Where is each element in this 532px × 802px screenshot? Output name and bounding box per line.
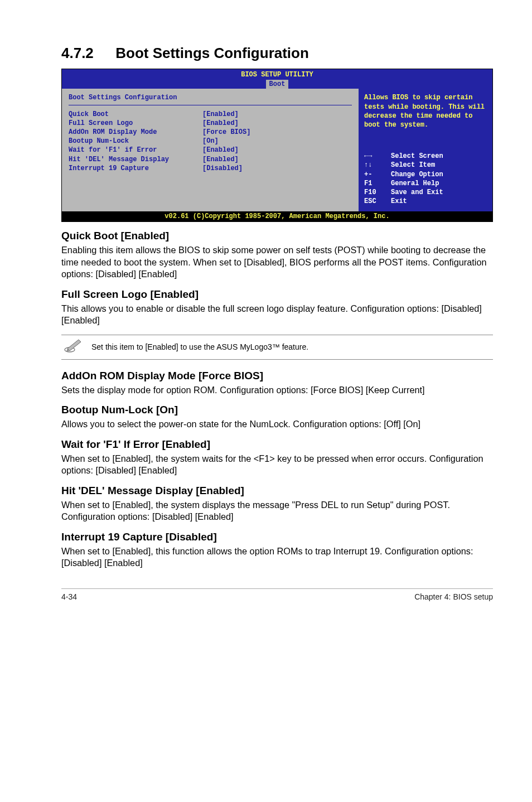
bios-help-text: Allows BIOS to skip certain tests while … <box>364 93 487 129</box>
page-footer: 4-34 Chapter 4: BIOS setup <box>61 588 493 601</box>
bios-key-row: ←→Select Screen <box>364 152 487 161</box>
bios-key: ↑↓ <box>364 161 391 170</box>
bios-right-panel: Allows BIOS to skip certain tests while … <box>359 89 492 211</box>
bios-setting-key: AddOn ROM Display Mode <box>69 128 202 137</box>
bios-key: F1 <box>364 179 391 188</box>
bios-setting-row: Full Screen Logo[Enabled] <box>69 119 352 128</box>
bios-setting-row: Wait for 'F1' if Error[Enabled] <box>69 146 352 154</box>
bios-setting-value: [Enabled] <box>202 146 239 154</box>
bios-setting-row: Interrupt 19 Capture[Disabled] <box>69 164 352 173</box>
bios-active-tab: Boot <box>266 80 289 89</box>
body-addon-rom: Sets the display mode for option ROM. Co… <box>61 384 493 397</box>
pencil-icon <box>61 337 86 357</box>
bios-key-row: F10Save and Exit <box>364 188 487 197</box>
bios-screenshot: BIOS SETUP UTILITY Boot Boot Settings Co… <box>61 69 493 222</box>
heading-full-screen-logo: Full Screen Logo [Enabled] <box>61 288 493 301</box>
note-block: Set this item to [Enabled] to use the AS… <box>61 335 493 360</box>
body-wait-f1: When set to [Enabled], the system waits … <box>61 453 493 477</box>
bios-setting-row: Bootup Num-Lock[On] <box>69 137 352 146</box>
bios-setting-value: [Force BIOS] <box>202 128 250 137</box>
section-number: 4.7.2 <box>61 45 112 62</box>
bios-header: BIOS SETUP UTILITY Boot <box>62 69 492 89</box>
note-text: Set this item to [Enabled] to use the AS… <box>91 342 308 351</box>
bios-key-desc: Select Screen <box>391 152 443 161</box>
bios-header-title: BIOS SETUP UTILITY <box>62 70 492 79</box>
heading-addon-rom: AddOn ROM Display Mode [Force BIOS] <box>61 370 493 382</box>
bios-key-desc: Change Option <box>391 170 443 179</box>
bios-setting-key: Full Screen Logo <box>69 119 202 128</box>
bios-key-desc: Exit <box>391 197 407 206</box>
bios-key: F10 <box>364 188 391 197</box>
heading-quick-boot: Quick Boot [Enabled] <box>61 230 493 242</box>
body-quick-boot: Enabling this item allows the BIOS to sk… <box>61 244 493 281</box>
bios-setting-value: [Disabled] <box>202 164 243 173</box>
heading-hit-del: Hit 'DEL' Message Display [Enabled] <box>61 485 493 497</box>
bios-setting-key: Quick Boot <box>69 110 202 119</box>
bios-setting-value: [Enabled] <box>202 110 239 119</box>
bios-setting-value: [On] <box>202 137 219 146</box>
heading-interrupt-19: Interrupt 19 Capture [Disabled] <box>61 531 493 543</box>
bios-setting-key: Hit 'DEL' Message Display <box>69 155 202 164</box>
bios-key-desc: General Help <box>391 179 439 188</box>
bios-key-desc: Select Item <box>391 161 435 170</box>
section-title-text: Boot Settings Configuration <box>115 45 309 61</box>
bios-key: ←→ <box>364 152 391 161</box>
page-number: 4-34 <box>61 592 77 601</box>
bios-setting-value: [Enabled] <box>202 119 239 128</box>
bios-footer: v02.61 (C)Copyright 1985-2007, American … <box>62 211 492 221</box>
bios-left-panel: Boot Settings Configuration Quick Boot[E… <box>62 89 359 211</box>
bios-key: +- <box>364 170 391 179</box>
body-hit-del: When set to [Enabled], the system displa… <box>61 499 493 523</box>
bios-key-row: ESCExit <box>364 197 487 206</box>
bios-panel-title: Boot Settings Configuration <box>69 93 352 102</box>
bios-setting-value: [Enabled] <box>202 155 239 164</box>
bios-setting-key: Interrupt 19 Capture <box>69 164 202 173</box>
bios-setting-row: Hit 'DEL' Message Display[Enabled] <box>69 155 352 164</box>
section-heading: 4.7.2 Boot Settings Configuration <box>61 45 493 62</box>
heading-bootup-numlock: Bootup Num-Lock [On] <box>61 404 493 416</box>
body-bootup-numlock: Allows you to select the power-on state … <box>61 418 493 431</box>
bios-setting-key: Wait for 'F1' if Error <box>69 146 202 154</box>
bios-key: ESC <box>364 197 391 206</box>
bios-setting-row: Quick Boot[Enabled] <box>69 110 352 119</box>
heading-wait-f1: Wait for 'F1' If Error [Enabled] <box>61 438 493 451</box>
body-full-screen-logo: This allows you to enable or disable the… <box>61 303 493 327</box>
bios-setting-key: Bootup Num-Lock <box>69 137 202 146</box>
bios-key-help: ←→Select Screen↑↓Select Item+-Change Opt… <box>364 152 487 206</box>
chapter-label: Chapter 4: BIOS setup <box>414 592 493 601</box>
bios-key-row: F1General Help <box>364 179 487 188</box>
bios-setting-row: AddOn ROM Display Mode[Force BIOS] <box>69 128 352 137</box>
body-interrupt-19: When set to [Enabled], this function all… <box>61 545 493 569</box>
bios-key-row: +-Change Option <box>364 170 487 179</box>
bios-key-row: ↑↓Select Item <box>364 161 487 170</box>
bios-key-desc: Save and Exit <box>391 188 443 197</box>
